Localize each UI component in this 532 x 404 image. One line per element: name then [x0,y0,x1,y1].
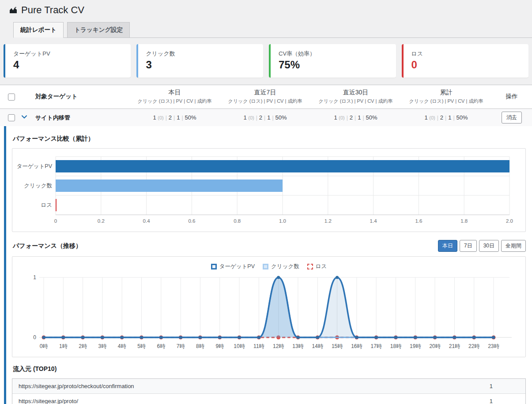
svg-text:12時: 12時 [273,343,284,349]
row-checkbox[interactable] [8,114,15,121]
svg-text:0.2: 0.2 [98,218,105,224]
referrer-row: https://sitegear.jp/proto/checkout/confi… [12,379,525,394]
chart-area-icon [9,6,18,15]
stat-card-clicks: クリック数 3 [136,44,264,78]
svg-text:1: 1 [33,274,36,281]
svg-text:21時: 21時 [449,343,460,349]
svg-text:1時: 1時 [59,343,68,349]
column-header-actions: 操作 [491,93,532,101]
svg-text:2時: 2時 [79,343,87,349]
metric-cell-total: 1 (0)|2|1|50% [401,114,491,121]
referrer-url: https://sitegear.jp/proto/checkout/confi… [19,383,134,389]
column-header-today: 本日 クリック (ロス) | PV | CV | 成約率 [129,89,220,105]
stat-card-loss: ロス 0 [402,44,529,78]
referrer-row: https://sitegear.jp/proto/ 1 [12,394,525,404]
svg-text:7時: 7時 [177,343,185,349]
svg-text:0.4: 0.4 [143,218,151,224]
range-button-0[interactable]: 本日 [438,240,457,252]
svg-text:22時: 22時 [468,343,480,349]
stat-value: 3 [146,59,256,71]
column-header-7days: 直近7日 クリック (ロス) | PV | CV | 成約率 [220,89,310,105]
svg-text:0: 0 [54,218,57,224]
target-detail-panel: パフォーマンス比較（累計） 00.20.40.60.81.01.21.41.61… [4,126,532,404]
metric-cell-7days: 1 (0)|2|1|50% [220,114,310,121]
metric-cell-today: 1 (0)|2|1|50% [129,114,220,121]
svg-text:17時: 17時 [370,343,382,349]
svg-text:4時: 4時 [118,343,127,349]
column-header-total: 累計 クリック (ロス) | PV | CV | 成約率 [401,89,491,105]
target-name: サイト内移管 [35,114,129,122]
stat-card-target-pv: ターゲットPV 4 [4,44,131,78]
svg-text:14時: 14時 [312,343,324,349]
svg-text:18時: 18時 [390,343,402,349]
tab-bar: 統計レポート トラッキング設定 [13,22,532,38]
stat-value: 4 [13,59,123,71]
stat-cards: ターゲットPV 4 クリック数 3 CV率（効率） 75% ロス 0 [4,44,528,78]
svg-text:ターゲットPV: ターゲットPV [17,163,53,169]
legend-swatch-clicks [263,264,268,269]
svg-text:16時: 16時 [351,343,362,349]
legend-swatch-loss [307,264,313,269]
svg-text:23時: 23時 [488,343,499,349]
tab-tracking-settings[interactable]: トラッキング設定 [67,22,130,37]
legend-item-target-pv: ターゲットPV [211,263,255,270]
svg-text:1.0: 1.0 [279,218,286,224]
svg-text:1.4: 1.4 [370,218,377,224]
svg-text:1.6: 1.6 [415,218,422,224]
stat-card-cv-rate: CV率（効率） 75% [269,44,396,78]
svg-text:13時: 13時 [292,343,304,349]
delete-button[interactable]: 消去 [502,112,522,123]
svg-text:9時: 9時 [215,343,224,349]
compare-chart-title: パフォーマンス比較（累計） [13,135,526,143]
stat-label: クリック数 [146,50,256,58]
legend-item-clicks: クリック数 [263,263,299,270]
metric-cell-30days: 1 (0)|2|1|50% [310,114,401,121]
targets-table: 対象ターゲット 本日 クリック (ロス) | PV | CV | 成約率 直近7… [0,85,532,404]
referrer-list: https://sitegear.jp/proto/checkout/confi… [12,378,526,404]
referrer-count: 1 [490,383,519,389]
svg-text:クリック数: クリック数 [24,183,52,189]
page-title: Pure Track CV [21,4,84,16]
svg-text:6時: 6時 [157,343,166,349]
chart-legend: ターゲットPV クリック数 ロス [15,260,523,271]
svg-text:11時: 11時 [253,343,264,349]
stat-label: ターゲットPV [13,50,123,58]
svg-text:5時: 5時 [137,343,146,349]
stat-label: ロス [411,50,521,58]
range-button-2[interactable]: 30日 [479,240,499,252]
svg-text:19時: 19時 [410,343,421,349]
referrer-title: 流入元 (TOP10) [13,365,526,373]
svg-text:2.0: 2.0 [506,218,513,224]
svg-text:1.2: 1.2 [324,218,332,224]
range-button-1[interactable]: 7日 [460,240,477,252]
trend-chart-title: パフォーマンス（推移） [13,242,82,250]
referrer-count: 1 [490,398,519,404]
trend-line-chart: ターゲットPV クリック数 ロス 100時1時2時3時4時5時6時7時8時9時1… [12,256,526,357]
svg-text:10時: 10時 [234,343,245,349]
legend-swatch-pv [211,264,217,269]
tab-stats-report[interactable]: 統計レポート [13,22,64,38]
chevron-down-icon[interactable] [20,113,28,121]
stat-value: 75% [279,59,388,71]
svg-text:0時: 0時 [40,343,49,349]
table-row: サイト内移管 1 (0)|2|1|50% 1 (0)|2|1|50% 1 (0)… [0,109,532,126]
compare-bar-chart: 00.20.40.60.81.01.21.41.61.82.0ターゲットPVクリ… [12,148,526,232]
svg-text:0: 0 [33,334,36,340]
table-header: 対象ターゲット 本日 クリック (ロス) | PV | CV | 成約率 直近7… [0,85,532,109]
legend-item-loss: ロス [307,263,327,270]
column-header-30days: 直近30日 クリック (ロス) | PV | CV | 成約率 [310,89,401,105]
svg-text:3時: 3時 [98,343,107,349]
page-header: Pure Track CV 統計レポート トラッキング設定 [0,0,532,38]
svg-text:ロス: ロス [41,202,52,208]
column-header-target: 対象ターゲット [35,93,129,101]
stat-value: 0 [411,59,521,71]
svg-text:0.8: 0.8 [234,218,241,224]
svg-text:20時: 20時 [429,343,441,349]
svg-text:1.8: 1.8 [460,218,468,224]
line-chart-svg: 100時1時2時3時4時5時6時7時8時9時10時11時12時13時14時15時… [15,271,513,353]
select-all-checkbox[interactable] [8,94,15,101]
bar-chart-svg: 00.20.40.60.81.01.21.41.61.82.0ターゲットPVクリ… [15,152,513,228]
stat-label: CV率（効率） [279,50,388,58]
range-button-3[interactable]: 全期間 [501,240,526,252]
svg-text:15時: 15時 [332,343,343,349]
